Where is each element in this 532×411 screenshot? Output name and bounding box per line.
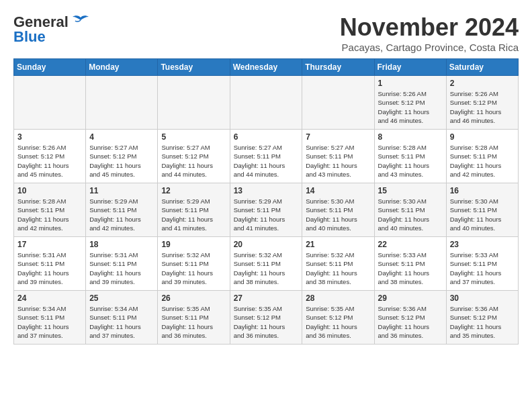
calendar-cell: 18Sunrise: 5:31 AM Sunset: 5:11 PM Dayli…	[86, 237, 158, 291]
logo-bird-icon	[71, 15, 90, 30]
day-info: Sunrise: 5:29 AM Sunset: 5:11 PM Dayligh…	[161, 197, 226, 232]
logo: General Blue	[13, 13, 90, 46]
day-info: Sunrise: 5:35 AM Sunset: 5:12 PM Dayligh…	[306, 304, 370, 340]
day-info: Sunrise: 5:27 AM Sunset: 5:12 PM Dayligh…	[161, 143, 226, 179]
weekday-header-sunday: Sunday	[14, 59, 86, 76]
day-number: 3	[17, 132, 82, 142]
day-info: Sunrise: 5:30 AM Sunset: 5:11 PM Dayligh…	[378, 197, 443, 232]
page-header: General Blue November 2024 Pacayas, Cart…	[13, 13, 519, 53]
calendar-cell: 25Sunrise: 5:34 AM Sunset: 5:11 PM Dayli…	[86, 291, 158, 345]
day-info: Sunrise: 5:33 AM Sunset: 5:11 PM Dayligh…	[450, 250, 515, 286]
day-info: Sunrise: 5:36 AM Sunset: 5:12 PM Dayligh…	[450, 304, 515, 340]
logo-blue-text: Blue	[13, 28, 46, 46]
day-number: 28	[306, 293, 370, 303]
calendar-cell: 26Sunrise: 5:35 AM Sunset: 5:11 PM Dayli…	[158, 291, 230, 345]
day-info: Sunrise: 5:26 AM Sunset: 5:12 PM Dayligh…	[17, 143, 82, 179]
day-info: Sunrise: 5:30 AM Sunset: 5:11 PM Dayligh…	[450, 197, 515, 232]
calendar-week-1: 1Sunrise: 5:26 AM Sunset: 5:12 PM Daylig…	[14, 76, 519, 130]
day-info: Sunrise: 5:34 AM Sunset: 5:11 PM Dayligh…	[89, 304, 154, 340]
day-number: 16	[450, 186, 515, 195]
month-title: November 2024	[340, 13, 519, 42]
day-info: Sunrise: 5:28 AM Sunset: 5:11 PM Dayligh…	[17, 197, 82, 232]
calendar-cell: 8Sunrise: 5:28 AM Sunset: 5:11 PM Daylig…	[374, 130, 446, 183]
day-info: Sunrise: 5:32 AM Sunset: 5:11 PM Dayligh…	[234, 250, 299, 286]
calendar-cell: 24Sunrise: 5:34 AM Sunset: 5:11 PM Dayli…	[14, 291, 86, 345]
calendar-cell: 9Sunrise: 5:28 AM Sunset: 5:11 PM Daylig…	[446, 130, 518, 183]
day-number: 2	[450, 79, 515, 88]
day-info: Sunrise: 5:26 AM Sunset: 5:12 PM Dayligh…	[378, 89, 443, 125]
weekday-header-tuesday: Tuesday	[158, 59, 230, 76]
calendar-cell	[302, 76, 374, 130]
day-number: 12	[161, 186, 226, 195]
day-info: Sunrise: 5:28 AM Sunset: 5:11 PM Dayligh…	[450, 143, 515, 179]
day-info: Sunrise: 5:29 AM Sunset: 5:11 PM Dayligh…	[234, 197, 299, 232]
calendar-cell	[230, 76, 302, 130]
weekday-header-saturday: Saturday	[446, 59, 518, 76]
calendar-cell: 12Sunrise: 5:29 AM Sunset: 5:11 PM Dayli…	[158, 183, 230, 237]
day-number: 8	[378, 132, 443, 142]
calendar-cell	[158, 76, 230, 130]
weekday-header-thursday: Thursday	[302, 59, 374, 76]
calendar-cell: 1Sunrise: 5:26 AM Sunset: 5:12 PM Daylig…	[374, 76, 446, 130]
calendar-week-4: 17Sunrise: 5:31 AM Sunset: 5:11 PM Dayli…	[14, 237, 519, 291]
calendar-cell: 10Sunrise: 5:28 AM Sunset: 5:11 PM Dayli…	[14, 183, 86, 237]
calendar-week-2: 3Sunrise: 5:26 AM Sunset: 5:12 PM Daylig…	[14, 130, 519, 183]
day-number: 24	[17, 293, 82, 303]
day-info: Sunrise: 5:35 AM Sunset: 5:12 PM Dayligh…	[234, 304, 299, 340]
day-number: 21	[306, 240, 370, 249]
day-number: 19	[161, 240, 226, 249]
calendar-cell: 5Sunrise: 5:27 AM Sunset: 5:12 PM Daylig…	[158, 130, 230, 183]
day-number: 7	[306, 132, 370, 142]
calendar-cell: 17Sunrise: 5:31 AM Sunset: 5:11 PM Dayli…	[14, 237, 86, 291]
day-info: Sunrise: 5:33 AM Sunset: 5:11 PM Dayligh…	[378, 250, 443, 286]
day-number: 25	[89, 293, 154, 303]
calendar-cell: 27Sunrise: 5:35 AM Sunset: 5:12 PM Dayli…	[230, 291, 302, 345]
calendar-cell: 4Sunrise: 5:27 AM Sunset: 5:12 PM Daylig…	[86, 130, 158, 183]
calendar-cell	[86, 76, 158, 130]
day-number: 9	[450, 132, 515, 142]
calendar-cell: 19Sunrise: 5:32 AM Sunset: 5:11 PM Dayli…	[158, 237, 230, 291]
weekday-header-wednesday: Wednesday	[230, 59, 302, 76]
location-subtitle: Pacayas, Cartago Province, Costa Rica	[340, 42, 519, 53]
calendar-cell: 28Sunrise: 5:35 AM Sunset: 5:12 PM Dayli…	[302, 291, 374, 345]
calendar-cell: 22Sunrise: 5:33 AM Sunset: 5:11 PM Dayli…	[374, 237, 446, 291]
weekday-header-row: SundayMondayTuesdayWednesdayThursdayFrid…	[14, 59, 519, 76]
day-number: 22	[378, 240, 443, 249]
day-number: 6	[234, 132, 299, 142]
day-info: Sunrise: 5:31 AM Sunset: 5:11 PM Dayligh…	[89, 250, 154, 286]
day-number: 20	[234, 240, 299, 249]
day-info: Sunrise: 5:34 AM Sunset: 5:11 PM Dayligh…	[17, 304, 82, 340]
day-number: 18	[89, 240, 154, 249]
day-number: 27	[234, 293, 299, 303]
day-info: Sunrise: 5:27 AM Sunset: 5:11 PM Dayligh…	[306, 143, 370, 179]
calendar-cell: 6Sunrise: 5:27 AM Sunset: 5:11 PM Daylig…	[230, 130, 302, 183]
calendar-table: SundayMondayTuesdayWednesdayThursdayFrid…	[13, 58, 519, 345]
calendar-cell: 16Sunrise: 5:30 AM Sunset: 5:11 PM Dayli…	[446, 183, 518, 237]
day-info: Sunrise: 5:26 AM Sunset: 5:12 PM Dayligh…	[450, 89, 515, 125]
calendar-cell: 15Sunrise: 5:30 AM Sunset: 5:11 PM Dayli…	[374, 183, 446, 237]
day-number: 15	[378, 186, 443, 195]
title-block: November 2024 Pacayas, Cartago Province,…	[340, 13, 519, 53]
day-info: Sunrise: 5:27 AM Sunset: 5:11 PM Dayligh…	[234, 143, 299, 179]
day-info: Sunrise: 5:32 AM Sunset: 5:11 PM Dayligh…	[161, 250, 226, 286]
calendar-cell	[14, 76, 86, 130]
day-number: 10	[17, 186, 82, 195]
day-number: 11	[89, 186, 154, 195]
calendar-cell: 7Sunrise: 5:27 AM Sunset: 5:11 PM Daylig…	[302, 130, 374, 183]
calendar-cell: 23Sunrise: 5:33 AM Sunset: 5:11 PM Dayli…	[446, 237, 518, 291]
day-number: 5	[161, 132, 226, 142]
day-info: Sunrise: 5:30 AM Sunset: 5:11 PM Dayligh…	[306, 197, 370, 232]
day-info: Sunrise: 5:31 AM Sunset: 5:11 PM Dayligh…	[17, 250, 82, 286]
day-number: 14	[306, 186, 370, 195]
calendar-week-5: 24Sunrise: 5:34 AM Sunset: 5:11 PM Dayli…	[14, 291, 519, 345]
calendar-cell: 29Sunrise: 5:36 AM Sunset: 5:12 PM Dayli…	[374, 291, 446, 345]
day-number: 26	[161, 293, 226, 303]
day-info: Sunrise: 5:32 AM Sunset: 5:11 PM Dayligh…	[306, 250, 370, 286]
calendar-cell: 20Sunrise: 5:32 AM Sunset: 5:11 PM Dayli…	[230, 237, 302, 291]
day-info: Sunrise: 5:27 AM Sunset: 5:12 PM Dayligh…	[89, 143, 154, 179]
calendar-cell: 30Sunrise: 5:36 AM Sunset: 5:12 PM Dayli…	[446, 291, 518, 345]
day-number: 4	[89, 132, 154, 142]
weekday-header-friday: Friday	[374, 59, 446, 76]
day-number: 17	[17, 240, 82, 249]
calendar-week-3: 10Sunrise: 5:28 AM Sunset: 5:11 PM Dayli…	[14, 183, 519, 237]
